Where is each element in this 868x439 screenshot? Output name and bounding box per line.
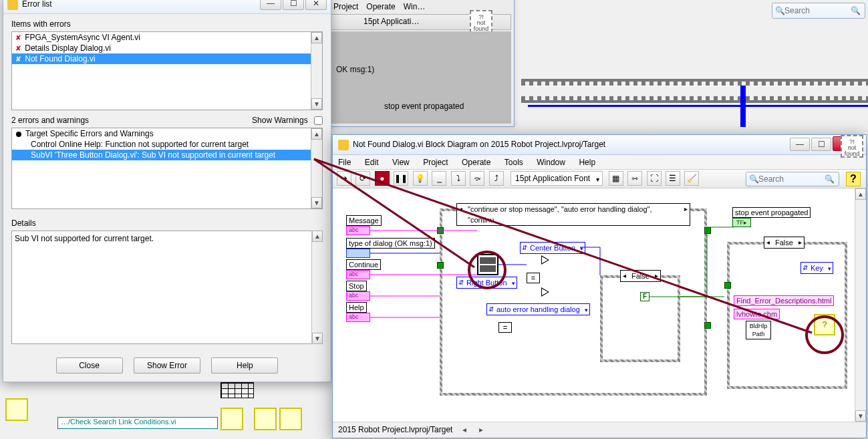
case-structure-inner-1[interactable] [600,275,680,362]
case-selector-right[interactable]: False [764,237,805,249]
menu-file[interactable]: File [338,155,351,170]
search-go-icon[interactable]: 🔍 [825,174,835,184]
error-list-buttons: Close Show Error Help [3,357,331,374]
context-help-button[interactable]: ? [846,172,861,186]
equal-node[interactable]: = [527,273,540,283]
error-item-selected[interactable]: ✘Not Found Dialog.vi [12,53,322,64]
show-warnings-checkbox[interactable] [314,116,323,125]
lvhowto-const[interactable]: lvhowto.chm [734,309,780,319]
highlight-exec-button[interactable]: 💡 [413,171,428,186]
help-button[interactable]: Help [211,357,278,374]
menu-operate[interactable]: Operate [462,155,490,170]
errors-and-warnings-list[interactable]: Target Specific Errors and Warnings Cont… [11,128,323,209]
align-button[interactable]: ▦ [609,171,623,186]
pause-button[interactable]: ❚❚ [394,171,408,186]
auto-error-ring[interactable]: auto error handling dialog [486,303,590,315]
tunnel[interactable] [704,227,711,234]
reorder-button[interactable]: ☰ [666,171,680,186]
items-with-errors-list[interactable]: ✘FPGA_SystemAsync VI Agent.vi ✘Details D… [11,31,323,110]
scroll-down-icon[interactable]: ▼ [311,197,322,208]
close-button[interactable]: Close [56,357,123,374]
step-over-button[interactable]: ⤼ [470,171,484,186]
warning-item-selected[interactable]: SubVI 'Three Button Dialog.vi': Sub VI n… [12,150,322,160]
scroll-up-icon[interactable]: ▲ [855,188,866,200]
case-selector-inner-1[interactable]: False [620,270,661,282]
menu-project[interactable]: Project [423,155,448,170]
abort-button[interactable]: ● [375,171,390,186]
close-button[interactable]: ✕ [305,0,327,10]
center-button-ring[interactable]: Center Button [520,242,585,254]
search-go-icon[interactable]: 🔍 [851,6,861,15]
find-error-descriptions-const[interactable]: Find_Error_Descriptions.html [734,295,834,306]
menu-edit[interactable]: Edit [365,155,379,170]
resize-button[interactable]: ⛶ [647,171,662,186]
maximize-button[interactable]: ☐ [283,0,304,10]
warnings-group-header[interactable]: Target Specific Errors and Warnings [12,128,322,139]
bullet-icon [16,132,21,137]
nav-right-icon[interactable]: ▸ [476,422,486,437]
scroll-up-icon[interactable]: ▲ [312,231,323,242]
key-ring[interactable]: Key [801,262,833,274]
compare-node[interactable] [541,287,549,297]
font-selector[interactable]: 15pt Application Font [511,171,603,186]
compare-node[interactable] [541,255,549,265]
scrollbar[interactable]: ▲ ▼ [311,231,323,344]
scroll-up-icon[interactable]: ▲ [311,32,322,43]
error-list-titlebar[interactable]: Error list — ☐ ✕ [3,0,331,14]
right-button-ring[interactable]: Right Button [456,277,517,289]
cleanup-button[interactable]: 🧹 [684,171,699,186]
tunnel[interactable] [437,262,444,269]
scroll-down-icon[interactable]: ▼ [311,98,322,110]
run-continuous-button[interactable]: ⟳ [355,171,370,186]
step-out-button[interactable]: ⤴ [489,171,504,186]
tunnel[interactable] [437,227,444,234]
menu-tools[interactable]: Tools [504,155,523,170]
menu-view[interactable]: View [392,155,410,170]
scrollbar[interactable]: ▲ ▼ [311,32,322,110]
vi-icon-notfound: ?! not found [841,135,863,158]
retain-wire-button[interactable]: ⎯ [432,171,446,186]
minimize-button[interactable]: — [790,138,810,151]
toolbar-search[interactable]: 🔍 🔍 [746,172,839,186]
false-constant[interactable]: F [640,292,649,301]
maximize-button[interactable]: ☐ [811,138,831,151]
scroll-down-icon[interactable]: ▼ [312,333,323,344]
show-warnings-toggle[interactable]: Show Warnings [252,116,323,125]
case-selector-outer[interactable]: "continue or stop message", "auto error … [456,203,690,226]
menu-window[interactable]: Window [537,155,565,170]
bg-path-constant: …/Check Search Link Conditions.vi [57,417,218,429]
block-diagram-titlebar[interactable]: Not Found Dialog.vi Block Diagram on 201… [333,135,866,155]
continue-terminal[interactable] [346,270,370,279]
stopprop-label: stop event propagated [384,102,464,111]
nav-left-icon[interactable]: ◂ [459,422,470,437]
vertical-scrollbar[interactable]: ▲ ▼ [855,188,866,422]
warning-item[interactable]: Control Online Help: Function not suppor… [12,139,322,150]
help-terminal[interactable] [346,313,370,322]
error-item[interactable]: ✘Details Display Dialog.vi [12,43,322,53]
distribute-button[interactable]: ⇿ [627,171,642,186]
three-button-dialog-subvi[interactable] [477,254,498,275]
type-terminal[interactable] [346,249,370,258]
scrollbar[interactable]: ▲ ▼ [311,128,322,208]
scroll-up-icon[interactable]: ▲ [311,128,322,140]
run-button[interactable]: ➔ [337,171,351,186]
minimize-button[interactable]: — [260,0,281,10]
tunnel[interactable] [724,282,731,289]
online-help-subvi[interactable]: ? [814,314,835,335]
stop-terminal[interactable] [346,291,370,301]
step-into-button[interactable]: ⤵ [451,171,466,186]
front-panel-window-bg: …g.vi Front Panel on 2015… ProjectOperat… [327,0,515,127]
menu-help[interactable]: Help [579,155,595,170]
message-terminal[interactable] [346,226,370,235]
bg-search[interactable]: 🔍 🔍 [772,3,865,19]
scroll-down-icon[interactable]: ▼ [855,410,866,422]
block-diagram-menubar[interactable]: File Edit View Project Operate Tools Win… [333,155,866,170]
wire-bg-vert [740,86,746,127]
block-diagram-canvas[interactable]: "continue or stop message", "auto error … [333,188,855,422]
equal-node[interactable]: = [498,322,512,333]
build-help-path-subvi[interactable]: BldHlp Path [746,321,771,339]
show-error-button[interactable]: Show Error [134,357,200,374]
stop-propagated-indicator[interactable]: TF▸ [732,218,751,227]
tunnel[interactable] [704,322,711,329]
error-item[interactable]: ✘FPGA_SystemAsync VI Agent.vi [12,32,322,43]
